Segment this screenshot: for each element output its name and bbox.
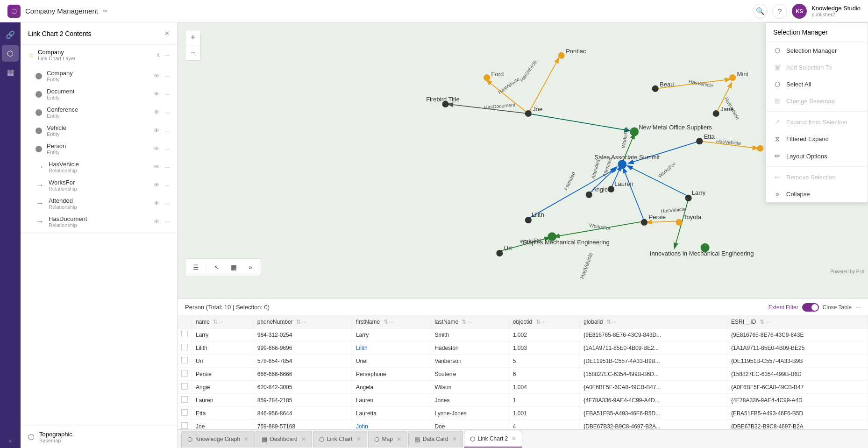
extent-filter-toggle[interactable] [802,303,819,312]
dropdown-item-select-all[interactable]: ⬡ Select All [766,76,868,92]
edit-icon[interactable]: ✏ [103,7,108,14]
layer-item[interactable]: Document Entity 👁 ··· [21,85,177,103]
row-checkbox[interactable] [181,422,188,429]
layer-item[interactable]: Person Entity 👁 ··· [21,140,177,158]
tab-link-chart-2[interactable]: ⬡ Link Chart 2 ✕ [464,431,523,448]
dropdown-item-collapse[interactable]: » Collapse [766,185,868,202]
expand-button[interactable]: » [244,261,257,274]
item-more-icon[interactable]: ··· [164,109,170,116]
col-name-header[interactable]: name ⇅··· [192,316,254,328]
table-row[interactable]: Uri 578-654-7854 Uriel Vanberson 5 {DE11… [178,355,868,368]
nav-expand-icon[interactable]: « [9,438,12,444]
row-checkbox-cell[interactable] [178,407,192,420]
visibility-icon[interactable]: 👁 [154,164,160,171]
table-row[interactable]: Etta 846-956-8644 Lauretta Lynne-Jones 1… [178,407,868,420]
table-row[interactable]: Angie 620-842-3005 Angela Wilson 1,004 {… [178,381,868,394]
tab-kg-close[interactable]: ✕ [244,436,249,442]
visibility-icon[interactable]: 👁 [154,109,160,116]
col-lastname-header[interactable]: lastName ⇅··· [431,316,509,328]
zoom-out-button[interactable]: − [185,45,200,60]
close-table-button[interactable]: Close Table [823,304,852,311]
col-objectid-header[interactable]: objectid ⇅··· [509,316,579,328]
select-tool-button[interactable]: ↖ [210,261,223,274]
nav-icon-layers[interactable]: ⬡ [2,45,19,62]
sidebar-close-button[interactable]: ✕ [164,30,170,37]
visibility-icon[interactable]: 👁 [154,127,160,134]
zoom-in-button[interactable]: + [185,30,200,45]
graph-canvas[interactable]: HasVehicle HasVehicle HasDocument HasVeh… [178,22,868,299]
layer-item[interactable]: → HasDocument Relationship 👁 ··· [21,213,177,231]
row-checkbox-cell[interactable] [178,420,192,430]
list-view-button[interactable]: ☰ [189,261,202,274]
table-more-icon[interactable]: ··· [855,304,861,311]
layer-group-header[interactable]: ☆ Company Link Chart Layer ∧ ··· [21,45,177,65]
visibility-icon[interactable]: 👁 [154,182,160,189]
tab-dashboard[interactable]: ▦ Dashboard ✕ [256,431,312,448]
col-firstname-header[interactable]: firstName ⇅··· [352,316,431,328]
tab-map[interactable]: ⬡ Map ✕ [368,431,407,448]
row-checkbox[interactable] [181,357,188,363]
layer-item[interactable]: → WorksFor Relationship 👁 ··· [21,176,177,194]
dropdown-item-change-basemap[interactable]: ▦ Change Basemap [766,92,868,109]
nav-icon-grid[interactable]: ▦ [2,64,19,80]
row-checkbox-cell[interactable] [178,341,192,355]
row-checkbox[interactable] [181,331,188,337]
dropdown-item-add-selection[interactable]: ▣ Add Selection To [766,59,868,76]
layer-group-more-icon[interactable]: ··· [164,51,170,58]
row-checkbox[interactable] [181,383,188,390]
row-checkbox[interactable] [181,370,188,377]
item-more-icon[interactable]: ··· [164,127,170,134]
nav-icon-search[interactable]: 🔗 [2,26,19,43]
visibility-icon[interactable]: 👁 [154,145,160,152]
col-globalid-header[interactable]: globalid ⇅··· [580,316,727,328]
tab-lc-close[interactable]: ✕ [356,436,361,442]
item-more-icon[interactable]: ··· [164,72,170,79]
table-row[interactable]: Lilith 999-666-9696 Lilith Hadeston 1,00… [178,341,868,355]
dropdown-item-layout-options[interactable]: ✏ Layout Options [766,148,868,164]
row-checkbox-cell[interactable] [178,328,192,341]
row-checkbox-cell[interactable] [178,394,192,407]
row-checkbox-cell[interactable] [178,368,192,381]
row-checkbox[interactable] [181,409,188,416]
tab-lc2-close[interactable]: ✕ [512,435,516,442]
row-checkbox-cell[interactable] [178,381,192,394]
table-tool-button[interactable]: ▦ [227,261,240,274]
dropdown-item-selection-manager[interactable]: ⬡ Selection Manager [766,42,868,59]
row-checkbox[interactable] [181,344,188,350]
layer-item[interactable]: Conference Entity 👁 ··· [21,103,177,121]
row-checkbox-cell[interactable] [178,355,192,368]
help-button[interactable]: ? [772,4,787,19]
item-more-icon[interactable]: ··· [164,145,170,152]
table-row[interactable]: Larry 984-312-0254 Larry Smith 1,002 {9E… [178,328,868,341]
table-row[interactable]: Lauren 859-784-2185 Lauren Jones 1 {4F78… [178,394,868,407]
tab-dc-close[interactable]: ✕ [452,436,457,442]
tab-data-card[interactable]: ▤ Data Card ✕ [408,431,463,448]
data-table[interactable]: name ⇅··· phoneNumber ⇅··· firstName ⇅··… [178,316,868,429]
visibility-icon[interactable]: 👁 [154,218,160,225]
search-button[interactable]: 🔍 [753,4,768,19]
item-more-icon[interactable]: ··· [164,200,170,207]
layer-item[interactable]: → HasVehicle Relationship 👁 ··· [21,158,177,176]
dropdown-item-filtered-expand[interactable]: ⧖ Filtered Expand [766,130,868,148]
dropdown-item-remove-selection[interactable]: ↩ Remove Selection [766,169,868,185]
visibility-icon[interactable]: 👁 [154,72,160,79]
table-row[interactable]: Joe 759-889-57168 John Doe 4 {DBE67B32-B… [178,420,868,430]
dropdown-item-expand-selection[interactable]: ↗ Expand from Selection [766,114,868,130]
layer-item[interactable]: Vehicle Entity 👁 ··· [21,121,177,140]
row-checkbox[interactable] [181,396,188,403]
tab-link-chart[interactable]: ⬡ Link Chart ✕ [313,431,367,448]
tab-knowledge-graph[interactable]: ⬡ Knowledge Graph ✕ [181,431,255,448]
table-row[interactable]: Persie 666-666-6666 Persephone Souterre … [178,368,868,381]
col-phone-header[interactable]: phoneNumber ⇅··· [253,316,352,328]
item-more-icon[interactable]: ··· [164,182,170,189]
layer-item[interactable]: → Attended Relationship 👁 ··· [21,194,177,213]
item-more-icon[interactable]: ··· [164,218,170,225]
tab-map-close[interactable]: ✕ [397,436,401,442]
visibility-icon[interactable]: 👁 [154,200,160,207]
tab-dash-close[interactable]: ✕ [301,436,306,442]
visibility-icon[interactable]: 👁 [154,91,160,98]
item-more-icon[interactable]: ··· [164,164,170,171]
item-more-icon[interactable]: ··· [164,91,170,98]
col-esriid-header[interactable]: ESRI__ID ⇅··· [727,316,868,328]
graph-area[interactable]: + − [178,22,868,299]
